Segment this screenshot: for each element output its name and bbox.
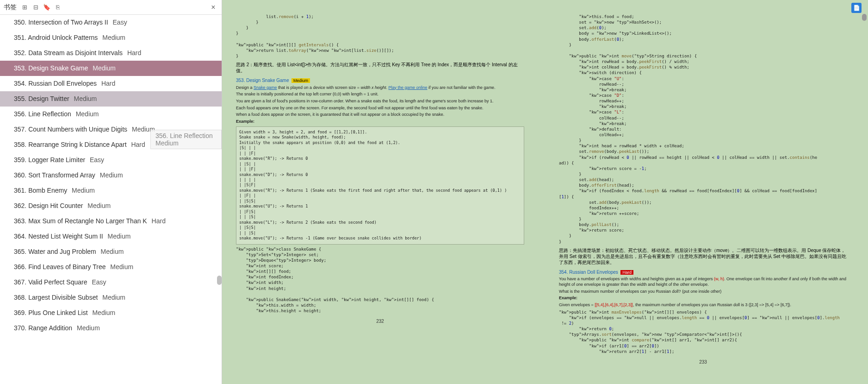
bookmark-item[interactable]: 358. Rearrange String k Distance Apart H…: [0, 137, 222, 152]
bookmark-item[interactable]: 360. Sort Transformed Array Medium: [0, 168, 222, 183]
code-line: "kw">break;: [559, 104, 847, 109]
bookmark-title: 356. Line Reflection: [14, 110, 71, 118]
snake-game-link[interactable]: Snake game: [254, 85, 277, 90]
code-line: body.offerFirst(head);: [559, 183, 847, 188]
bookmark-item[interactable]: 363. Max Sum of Rectangle No Larger Than…: [0, 214, 222, 229]
bookmark-item[interactable]: 364. Nested List Weight Sum II Medium: [0, 229, 222, 244]
bookmark-title: 367. Valid Perfect Square: [14, 278, 87, 286]
code-line: "kw">return 0;: [559, 326, 847, 332]
bookmark-item[interactable]: 367. Valid Perfect Square Easy: [0, 275, 222, 290]
difficulty-badge: Hard: [620, 270, 633, 275]
expand-bookmark-icon[interactable]: ⊞: [20, 3, 29, 12]
sidebar-title: 书签: [4, 3, 17, 12]
bookmark-item[interactable]: 370. Range Addition Medium: [0, 321, 222, 336]
bookmark-title: 360. Sort Transformed Array: [14, 171, 95, 179]
code-line: "kw">int height;: [236, 286, 524, 291]
code-block: "kw">public "kw">int maxEnvelopes("kw">i…: [559, 309, 847, 354]
code-line: "kw">if (arr1[0] == arr2[0]): [559, 343, 847, 349]
bookmark-title: 357. Count Numbers with Unique Digits: [14, 126, 127, 133]
bookmark-difficulty: Medium: [108, 263, 133, 271]
bookmark-page-icon[interactable]: 🔖: [43, 3, 51, 12]
example-label: Example:: [559, 296, 847, 301]
bookmark-title: 352. Data Stream as Disjoint Intervals: [14, 49, 123, 57]
bookmark-item[interactable]: 350. Intersection of Two Arrays II Easy: [0, 15, 222, 30]
bookmark-item[interactable]: 366. Find Leaves of Binary Tree Medium: [0, 259, 222, 275]
bookmark-item[interactable]: 369. Plus One Linked List Medium: [0, 305, 222, 321]
content-scrollbar-thumb[interactable]: [862, 14, 867, 21]
page-number: 233: [559, 359, 847, 365]
example-label: Example:: [236, 119, 524, 125]
code-line: "kw">if (foodIndex < food.length && rowH…: [559, 188, 847, 194]
problem-text: Each food appears one by one on the scre…: [236, 106, 524, 111]
bookmark-item[interactable]: 355. Design Twitter Medium: [0, 91, 222, 107]
code-line: "kw">public "kw">int maxEnvelopes("kw">i…: [559, 309, 847, 315]
bookmark-ribbon-icon[interactable]: ⎘: [54, 3, 62, 12]
bookmark-title: 370. Range Addition: [14, 324, 72, 332]
problem-text: When a food does appear on the screen, i…: [236, 112, 524, 118]
bookmark-difficulty: Medium: [70, 187, 95, 194]
bookmark-title: 361. Bomb Enemy: [14, 187, 67, 194]
bookmark-difficulty: Medium: [130, 126, 155, 133]
bookmark-difficulty: Medium: [74, 110, 99, 118]
difficulty-badge: Medium: [291, 78, 310, 83]
code-line: "kw">public "kw">int move("typ">String d…: [559, 53, 847, 59]
bookmark-difficulty: Easy: [111, 19, 127, 26]
bookmark-difficulty: Hard: [130, 141, 145, 148]
bookmark-item[interactable]: 352. Data Stream as Disjoint Intervals H…: [0, 45, 222, 61]
explanation-text: 思路：先搞清楚场景：初始状态、死亡状态、移动状态。然后设计主要动作（move）。…: [559, 247, 847, 265]
bookmark-difficulty: Easy: [90, 278, 106, 286]
code-line: [559, 48, 847, 53]
code-line: "typ">Arrays.sort(envelopes, "kw">new "t…: [559, 332, 847, 337]
page-left: list.remove(i + 1); } }} "kw">public "kw…: [227, 14, 540, 370]
code-line: }: [236, 25, 524, 31]
bookmark-item[interactable]: 353. Design Snake Game Medium: [0, 61, 222, 76]
bookmark-item[interactable]: 362. Design Hit Counter Medium: [0, 198, 222, 214]
bookmark-title: 350. Intersection of Two Arrays II: [14, 19, 108, 26]
code-line: "kw">case "U":: [559, 76, 847, 82]
problem-353-heading: 353. Design Snake Game Medium: [236, 77, 524, 84]
code-line: }: [236, 19, 524, 25]
code-line: set.remove(body.peekLast());: [559, 149, 847, 154]
problem-text: You are given a list of food's positions…: [236, 99, 524, 104]
bookmark-difficulty: Medium: [75, 324, 100, 332]
close-sidebar-button[interactable]: ×: [209, 3, 218, 12]
bookmark-difficulty: Medium: [98, 171, 123, 179]
bookmark-title: 366. Find Leaves of Binary Tree: [14, 263, 105, 271]
bookmark-item[interactable]: 354. Russian Doll Envelopes Hard: [0, 76, 222, 91]
code-line: rowHead++;: [559, 98, 847, 104]
problem-number: 353. Design Snake Game: [236, 78, 289, 83]
problem-text: Given envelopes = [[5,4],[6,4],[6,7],[2,…: [559, 302, 847, 308]
bookmark-difficulty: Medium: [86, 202, 111, 209]
code-line: }: [559, 138, 847, 143]
bookmark-difficulty: Medium: [72, 95, 97, 102]
content-scrollbar-track[interactable]: [862, 14, 867, 370]
problem-number: 354. Russian Doll Envelopes: [559, 270, 618, 275]
code-line: "kw">return arr2[1] - arr1[1];: [559, 349, 847, 354]
bookmark-title: 354. Russian Doll Envelopes: [14, 80, 97, 87]
code-line: set.add(head);: [559, 177, 847, 183]
collapse-bookmark-icon[interactable]: ⊟: [31, 3, 40, 12]
code-line: "kw">case "L":: [559, 109, 847, 115]
code-line: "kw">public "kw">int compare("kw">int[] …: [559, 337, 847, 343]
bookmark-item[interactable]: 365. Water and Jug Problem Medium: [0, 244, 222, 259]
bookmark-item[interactable]: 351. Android Unlock Patterns Medium: [0, 30, 222, 45]
code-line: colHead++;: [559, 132, 847, 138]
bookmark-item[interactable]: 357. Count Numbers with Unique Digits Me…: [0, 122, 222, 137]
bookmark-item[interactable]: 368. Largest Divisible Subset Medium: [0, 290, 222, 305]
code-line: [236, 291, 524, 297]
code-line: "kw">this.food = food;: [559, 14, 847, 19]
code-line: body.pollLast();: [559, 222, 847, 227]
bookmark-item[interactable]: 359. Logger Rate Limiter Easy: [0, 152, 222, 168]
code-line: "kw">this.width = width;: [236, 302, 524, 308]
code-line: set.add(body.peekLast());: [559, 200, 847, 205]
play-online-link[interactable]: Play the game online: [389, 85, 428, 90]
bookmark-item[interactable]: 356. Line Reflection Medium: [0, 107, 222, 122]
code-line: rowHead--;: [559, 82, 847, 87]
code-line: "kw">default:: [559, 126, 847, 132]
bookmark-item[interactable]: 361. Bomb Enemy Medium: [0, 183, 222, 198]
code-line: }: [559, 233, 847, 239]
bookmark-title: 355. Design Twitter: [14, 95, 69, 102]
code-line: "kw">int colHead = body.peekFirst() % wi…: [559, 64, 847, 70]
document-options-icon[interactable]: 📄: [851, 3, 862, 13]
sidebar-scrollbar-thumb[interactable]: [217, 276, 222, 285]
